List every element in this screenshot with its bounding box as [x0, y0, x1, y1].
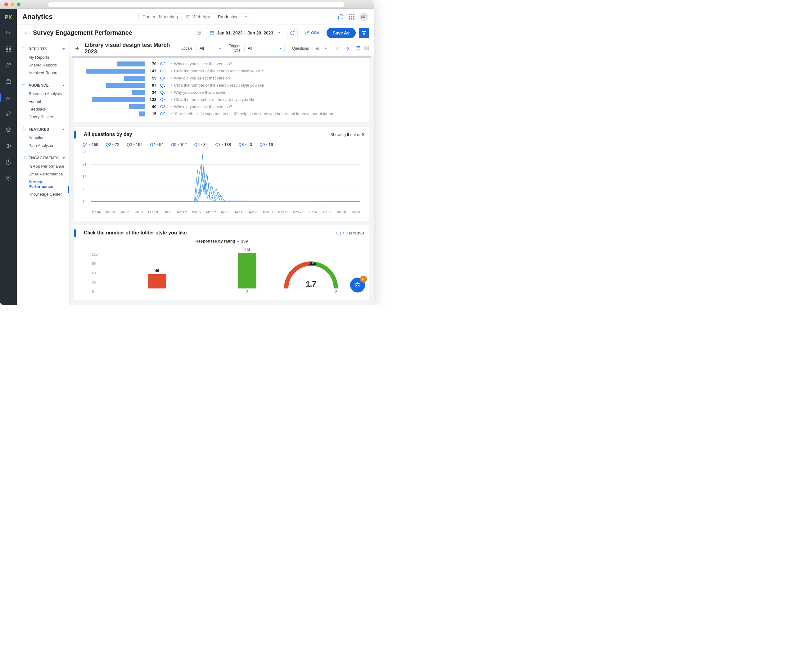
browser-url-bar[interactable] — [48, 1, 345, 8]
response-bar — [238, 253, 257, 288]
legend-count: 102 — [180, 142, 187, 147]
chat-icon[interactable] — [337, 13, 344, 20]
trigger-select[interactable]: All — [244, 44, 285, 53]
sidebar-item[interactable]: Email Performance — [29, 171, 65, 177]
horizontal-scrollbar[interactable] — [72, 56, 371, 58]
rail-flow-icon[interactable] — [0, 139, 17, 153]
questions-select[interactable]: All — [313, 44, 330, 53]
back-button[interactable] — [74, 45, 81, 52]
rail-briefcase-icon[interactable] — [0, 74, 17, 88]
filter-button[interactable] — [359, 27, 369, 38]
chevron-down-icon — [63, 48, 65, 51]
legend-tag[interactable]: Q2 — [106, 142, 111, 147]
legend-tag[interactable]: Q9 — [260, 142, 265, 147]
legend-tag[interactable]: Q3 — [127, 142, 132, 147]
question-tag[interactable]: Q2 — [160, 61, 169, 66]
gauge-value: 1.7 — [280, 280, 342, 288]
export-csv-button[interactable]: CSV — [301, 27, 323, 38]
legend-tag[interactable]: Q4 — [150, 142, 155, 147]
close-window-dot[interactable] — [4, 3, 8, 6]
question-tag[interactable]: Q7 — [160, 97, 169, 102]
legend-tag[interactable]: Q1 — [83, 142, 88, 147]
context-product[interactable]: Content Marketing — [139, 13, 181, 21]
sidebar-item[interactable]: Shared Reports — [29, 62, 65, 68]
grid-view-icon[interactable] — [364, 45, 369, 51]
question-tag[interactable]: Q8 — [160, 104, 169, 109]
legend-count: 159 — [91, 142, 98, 147]
sidebar-item[interactable]: Archived Reports — [29, 69, 65, 76]
legend-tag[interactable]: Q8 — [238, 142, 244, 147]
chevron-down-icon — [63, 85, 65, 87]
responses-bar-chart: Responses by rating • 159 03060901204611… — [92, 242, 351, 295]
sidebar-item[interactable]: In App Performance — [29, 163, 65, 170]
sidebar-item[interactable]: Path Analyzer — [29, 142, 65, 149]
chevron-down-icon — [63, 157, 65, 160]
question-tag[interactable]: Q4 — [160, 76, 169, 80]
legend-count: 40 — [247, 142, 252, 147]
chatbot-button[interactable]: 20 — [350, 278, 365, 292]
minimize-window-dot[interactable] — [11, 3, 14, 6]
question-text: Click the number of the search result st… — [174, 83, 264, 88]
svg-point-17 — [24, 84, 25, 85]
topbar: Analytics Content Marketing Web App Prod… — [17, 9, 374, 25]
rail-analytics-icon[interactable] — [0, 90, 17, 104]
rail-users-icon[interactable] — [0, 58, 17, 72]
sidebar-item[interactable]: Survey Performance — [29, 178, 65, 190]
chatbot-badge: 20 — [360, 276, 367, 283]
rail-settings-icon[interactable] — [0, 171, 17, 185]
legend-tag[interactable]: Q5 — [171, 142, 176, 147]
apps-grid-icon[interactable] — [349, 14, 355, 19]
svg-rect-19 — [365, 46, 366, 48]
question-row: 40 Q8 • Why did you select that version? — [79, 103, 364, 110]
maximize-window-dot[interactable] — [17, 3, 21, 6]
folder-style-panel: Click the number of the folder style you… — [74, 225, 369, 300]
sidebar-item[interactable]: Adoption — [29, 135, 65, 141]
question-value: 15 — [148, 111, 160, 116]
rail-pie-icon[interactable] — [0, 155, 17, 169]
date-range-picker[interactable]: Jan 01, 2023 – Jun 29, 2023 — [206, 27, 284, 38]
question-value: 40 — [148, 104, 160, 109]
sidebar-group-features[interactable]: FEATURES — [21, 126, 65, 133]
sidebar-item[interactable]: Knowledge Center — [29, 191, 65, 198]
legend-count: 16 — [268, 142, 273, 147]
brand-title: Analytics — [22, 13, 53, 21]
question-row: 147 Q3 • Click the number of the search … — [79, 67, 364, 74]
rail-rocket-icon[interactable] — [0, 106, 17, 121]
question-tag[interactable]: Q6 — [160, 90, 169, 95]
question-tag[interactable]: Q3 — [160, 69, 169, 73]
sidebar-item[interactable]: Query Builder — [29, 114, 65, 120]
legend-tag[interactable]: Q6 — [194, 142, 200, 147]
sidebar-item[interactable]: Feedback — [29, 106, 65, 112]
svg-point-5 — [7, 63, 8, 65]
save-as-button[interactable]: Save As — [327, 27, 356, 38]
rail-search-icon[interactable] — [0, 26, 17, 40]
svg-point-10 — [10, 145, 11, 146]
context-environment[interactable]: Production — [214, 13, 251, 21]
question-bar — [92, 97, 145, 102]
legend-tag[interactable]: Q7 — [215, 142, 220, 147]
locale-select[interactable]: All — [196, 44, 224, 53]
question-tag[interactable]: Q5 — [160, 83, 169, 88]
sidebar-item[interactable]: My Reports — [29, 54, 65, 61]
refresh-button[interactable] — [287, 27, 298, 38]
question-row: 34 Q6 • Why you choose this answer — [79, 89, 364, 96]
rail-academy-icon[interactable] — [0, 123, 17, 137]
rail-dashboard-icon[interactable] — [0, 42, 17, 56]
sidebar-item[interactable]: Retention Analysis — [29, 90, 65, 97]
content-toolbar: Library visual design test March 2023 Lo… — [69, 41, 374, 56]
question-tag[interactable]: Q9 — [160, 111, 169, 116]
avatar[interactable]: MC — [359, 13, 368, 21]
sidebar-group-reports[interactable]: REPORTS — [21, 45, 65, 53]
collapse-sidebar-button[interactable] — [21, 29, 30, 37]
list-view-icon[interactable] — [355, 45, 361, 51]
question-value: 34 — [148, 90, 160, 95]
help-icon[interactable] — [195, 29, 203, 37]
question-row: 15 Q9 • Your feedback is important to us… — [79, 110, 364, 117]
sidebar-group-audience[interactable]: AUDIENCE — [21, 82, 65, 89]
sidebar-group-engagements[interactable]: ENGAGEMENTS — [21, 154, 65, 162]
prev-button[interactable] — [334, 45, 340, 52]
sidebar: REPORTS My Reports Shared Reports Archiv… — [17, 41, 69, 305]
next-button[interactable] — [345, 45, 351, 52]
context-channel[interactable]: Web App — [182, 13, 214, 21]
sidebar-item[interactable]: Funnel — [29, 98, 65, 104]
